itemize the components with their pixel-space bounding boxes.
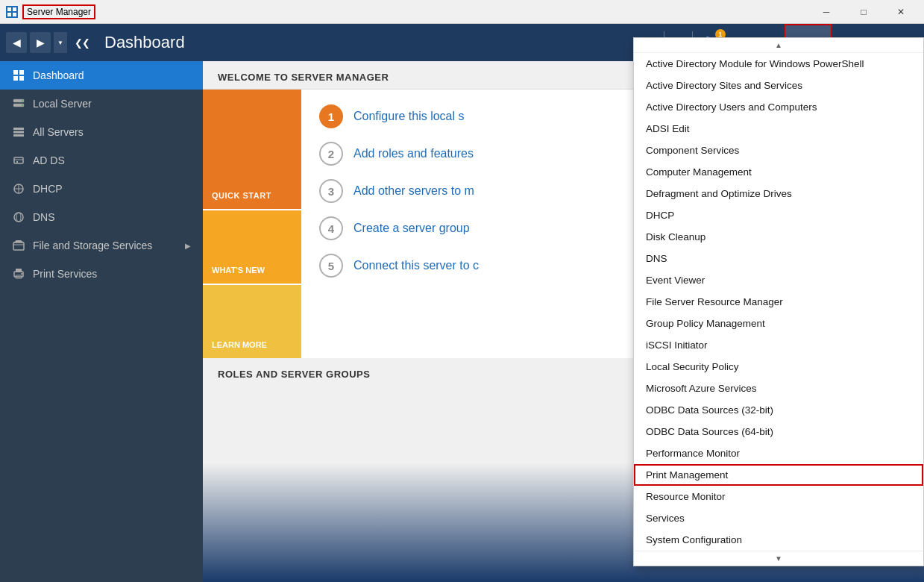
quick-start-block[interactable]: QUICK START [203, 90, 301, 209]
dropdown-item-component-services[interactable]: Component Services [634, 140, 923, 161]
svg-rect-0 [7, 7, 11, 11]
print-services-icon [12, 267, 25, 281]
dropdown-item-odbc-32[interactable]: ODBC Data Sources (32-bit) [634, 399, 923, 421]
dropdown-item-odbc-64[interactable]: ODBC Data Sources (64-bit) [634, 421, 923, 442]
dropdown-item-event-viewer[interactable]: Event Viewer [634, 269, 923, 291]
dropdown-item-azure-services[interactable]: Microsoft Azure Services [634, 378, 923, 399]
step-1-num: 1 [319, 104, 343, 128]
step-3-link[interactable]: Add other servers to m [353, 184, 474, 198]
title-bar: Server Manager ─ □ ✕ [0, 0, 924, 24]
dropdown-item-file-server-rm[interactable]: File Server Resource Manager [634, 291, 923, 313]
learn-more-label: LEARN MORE [212, 340, 267, 349]
all-servers-icon [12, 125, 25, 139]
learn-more-block[interactable]: LEARN MORE [203, 284, 301, 358]
svg-rect-9 [19, 76, 24, 81]
toolbar-title: Dashboard [104, 33, 643, 52]
sidebar-label-dns: DNS [33, 211, 191, 223]
step-3-num: 3 [319, 179, 343, 203]
svg-point-23 [14, 213, 23, 222]
svg-point-12 [22, 100, 23, 101]
dropdown-item-services[interactable]: Services [634, 507, 923, 529]
svg-rect-15 [13, 131, 24, 134]
dropdown-item-performance-monitor[interactable]: Performance Monitor [634, 442, 923, 464]
window-controls[interactable]: ─ □ ✕ [809, 3, 918, 21]
dropdown-item-disk-cleanup[interactable]: Disk Cleanup [634, 226, 923, 248]
dropdown-item-ad-users-computers[interactable]: Active Directory Users and Computers [634, 96, 923, 118]
step-2-num: 2 [319, 142, 343, 166]
minimize-button[interactable]: ─ [809, 3, 843, 21]
nav-dropdown-button[interactable]: ▼ [54, 32, 67, 53]
svg-rect-7 [19, 70, 24, 75]
sidebar-label-dhcp: DHCP [33, 183, 191, 195]
dropdown-item-ad-module-ps[interactable]: Active Directory Module for Windows Powe… [634, 53, 923, 75]
welcome-left-panel: QUICK START WHAT'S NEW LEARN MORE [203, 90, 301, 358]
dropdown-item-local-security[interactable]: Local Security Policy [634, 356, 923, 378]
svg-rect-14 [13, 128, 24, 130]
scroll-down-button[interactable]: ▼ [634, 551, 923, 566]
svg-rect-8 [13, 76, 18, 81]
scroll-up-button[interactable]: ▲ [634, 38, 923, 53]
sidebar-label-local-server: Local Server [33, 98, 191, 110]
dns-icon [12, 210, 25, 224]
dropdown-item-group-policy[interactable]: Group Policy Management [634, 313, 923, 334]
svg-rect-19 [16, 161, 18, 163]
sidebar-item-all-servers[interactable]: All Servers [0, 118, 203, 146]
close-button[interactable]: ✕ [884, 3, 918, 21]
sidebar-item-dashboard[interactable]: Dashboard [0, 61, 203, 90]
title-bar-left: Server Manager [6, 4, 95, 19]
dropdown-item-print-management[interactable]: Print Management [634, 464, 923, 486]
dhcp-icon [12, 182, 25, 195]
sidebar-item-dhcp[interactable]: DHCP [0, 175, 203, 203]
tools-dropdown: ▲ Active Directory Module for Windows Po… [633, 37, 924, 566]
svg-point-29 [21, 273, 22, 275]
sidebar-item-dns[interactable]: DNS [0, 203, 203, 231]
sidebar-label-print-services: Print Services [33, 268, 191, 280]
app-icon [6, 6, 18, 18]
dropdown-item-iscsi-initiator[interactable]: iSCSI Initiator [634, 334, 923, 356]
svg-point-13 [22, 104, 23, 106]
sidebar-label-dashboard: Dashboard [33, 69, 191, 81]
sidebar-label-file-storage: File and Storage Services [33, 240, 177, 251]
dropdown-item-adsi-edit[interactable]: ADSI Edit [634, 118, 923, 140]
maximize-button[interactable]: □ [846, 3, 881, 21]
sidebar-item-adds[interactable]: AD DS [0, 146, 203, 175]
svg-rect-6 [13, 70, 18, 75]
svg-rect-17 [14, 157, 23, 163]
svg-rect-27 [16, 269, 22, 272]
local-server-icon [12, 97, 25, 110]
whats-new-block[interactable]: WHAT'S NEW [203, 209, 301, 284]
step-4-link[interactable]: Create a server group [353, 222, 470, 235]
svg-point-24 [16, 213, 21, 222]
back-button[interactable]: ◀ [6, 32, 27, 53]
sidebar-label-adds: AD DS [33, 154, 191, 166]
dropdown-item-resource-monitor[interactable]: Resource Monitor [634, 486, 923, 507]
dropdown-item-dhcp[interactable]: DHCP [634, 204, 923, 226]
dropdown-item-dns[interactable]: DNS [634, 248, 923, 269]
svg-rect-16 [13, 134, 24, 137]
svg-rect-2 [7, 13, 11, 16]
step-1-link[interactable]: Configure this local s [353, 110, 465, 123]
forward-button[interactable]: ▶ [30, 32, 51, 53]
whats-new-label: WHAT'S NEW [212, 266, 265, 275]
svg-rect-25 [13, 242, 24, 250]
sidebar-label-all-servers: All Servers [33, 126, 191, 138]
dropdown-item-computer-management[interactable]: Computer Management [634, 161, 923, 183]
dropdown-item-ad-sites-services[interactable]: Active Directory Sites and Services [634, 75, 923, 96]
bookmark-icon: ❮❮ [75, 37, 89, 48]
step-5-link[interactable]: Connect this server to c [353, 259, 479, 272]
sidebar: Dashboard Local Server [0, 61, 203, 582]
sidebar-item-local-server[interactable]: Local Server [0, 90, 203, 118]
svg-rect-3 [13, 13, 16, 16]
adds-icon [12, 154, 25, 167]
file-storage-expand-icon: ▶ [185, 242, 191, 250]
dropdown-item-system-configuration[interactable]: System Configuration [634, 529, 923, 551]
step-2-link[interactable]: Add roles and features [353, 147, 474, 160]
window-title: Server Manager [22, 4, 95, 19]
sidebar-item-print-services[interactable]: Print Services [0, 260, 203, 288]
svg-rect-1 [13, 7, 16, 11]
file-storage-icon [12, 239, 25, 252]
sidebar-item-file-storage[interactable]: File and Storage Services ▶ [0, 231, 203, 260]
dropdown-item-defragment[interactable]: Defragment and Optimize Drives [634, 183, 923, 204]
step-5-num: 5 [319, 254, 343, 278]
step-4-num: 4 [319, 216, 343, 240]
